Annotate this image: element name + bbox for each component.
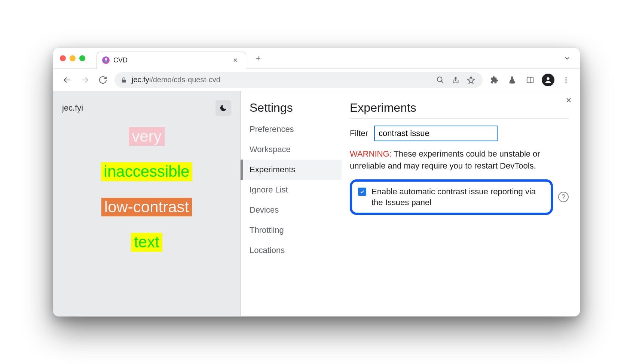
window-close-button[interactable] <box>60 55 66 61</box>
settings-sidebar: Settings Preferences Workspace Experimen… <box>241 91 342 316</box>
window-maximize-button[interactable] <box>79 55 85 61</box>
filter-label: Filter <box>350 129 368 138</box>
warning-label: WARNING: <box>350 149 392 158</box>
reload-button[interactable] <box>97 74 109 86</box>
demo-word-inaccessible: inaccessible <box>101 162 193 181</box>
new-tab-button[interactable] <box>250 53 266 64</box>
nav-item-preferences[interactable]: Preferences <box>241 119 342 139</box>
close-settings-button[interactable] <box>565 96 572 104</box>
demo-words: very inaccessible low-contrast text <box>62 127 231 252</box>
browser-tab[interactable]: CVD <box>97 52 246 69</box>
settings-title: Settings <box>241 101 342 119</box>
nav-item-throttling[interactable]: Throttling <box>241 220 342 240</box>
content-area: jec.fyi very inaccessible low-contrast t… <box>53 91 580 316</box>
nav-item-ignore-list[interactable]: Ignore List <box>241 180 342 200</box>
tab-strip: CVD <box>53 48 580 69</box>
svg-rect-2 <box>122 80 126 83</box>
share-icon[interactable] <box>450 75 461 85</box>
svg-point-0 <box>105 58 107 61</box>
svg-rect-5 <box>527 77 533 83</box>
panel-icon[interactable] <box>524 74 536 86</box>
lock-icon <box>120 77 127 83</box>
svg-point-8 <box>565 77 566 78</box>
help-icon[interactable]: ? <box>558 192 569 202</box>
warning-text: WARNING: These experiments could be unst… <box>350 148 569 172</box>
experiment-checkbox[interactable] <box>358 188 366 196</box>
window-controls <box>60 55 85 61</box>
dark-mode-toggle[interactable] <box>215 100 231 116</box>
tab-close-button[interactable] <box>230 56 241 64</box>
zoom-icon[interactable] <box>435 74 446 86</box>
nav-item-experiments[interactable]: Experiments <box>241 160 342 180</box>
svg-point-3 <box>437 77 442 81</box>
filter-input[interactable] <box>374 126 498 141</box>
labs-icon[interactable] <box>506 74 519 86</box>
tab-favicon-icon <box>102 56 110 64</box>
profile-avatar[interactable] <box>542 74 554 86</box>
filter-row: Filter <box>350 126 569 141</box>
nav-item-workspace[interactable]: Workspace <box>241 139 342 160</box>
forward-button[interactable] <box>79 74 91 86</box>
site-title: jec.fyi <box>62 103 83 113</box>
svg-point-9 <box>565 79 566 80</box>
demo-word-text: text <box>131 233 162 252</box>
url-path: /demo/cds-quest-cvd <box>151 75 220 84</box>
nav-item-devices[interactable]: Devices <box>241 200 342 220</box>
browser-window: CVD jec.fyi/demo/cds-quest-cv <box>53 47 580 317</box>
overflow-menu-icon[interactable] <box>560 74 572 86</box>
nav-item-locations[interactable]: Locations <box>241 240 342 260</box>
divider <box>350 118 569 119</box>
experiment-row: Enable automatic contrast issue reportin… <box>350 179 569 215</box>
svg-point-10 <box>565 81 566 83</box>
url-domain: jec.fyi <box>132 75 151 84</box>
back-button[interactable] <box>61 74 73 86</box>
tab-title: CVD <box>113 56 226 64</box>
demo-word-lowcontrast: low-contrast <box>101 198 192 216</box>
experiment-highlight: Enable automatic contrast issue reportin… <box>350 179 553 215</box>
tabs-menu-button[interactable] <box>561 52 573 64</box>
extensions-icon[interactable] <box>488 74 501 86</box>
devtools-settings: Settings Preferences Workspace Experimen… <box>240 91 580 316</box>
svg-point-7 <box>547 77 549 80</box>
toolbar: jec.fyi/demo/cds-quest-cvd <box>53 69 580 91</box>
panel-title: Experiments <box>350 101 569 115</box>
page-header: jec.fyi <box>62 100 231 116</box>
address-bar[interactable]: jec.fyi/demo/cds-quest-cvd <box>114 72 483 88</box>
svg-rect-1 <box>105 61 107 62</box>
page-viewport: jec.fyi very inaccessible low-contrast t… <box>53 91 240 316</box>
star-icon[interactable] <box>465 74 477 86</box>
settings-nav: Preferences Workspace Experiments Ignore… <box>241 119 342 260</box>
demo-word-very: very <box>129 127 164 146</box>
url-text: jec.fyi/demo/cds-quest-cvd <box>132 75 430 84</box>
window-minimize-button[interactable] <box>70 55 76 61</box>
settings-body: Experiments Filter WARNING: These experi… <box>342 91 580 316</box>
experiment-label: Enable automatic contrast issue reportin… <box>371 186 545 208</box>
